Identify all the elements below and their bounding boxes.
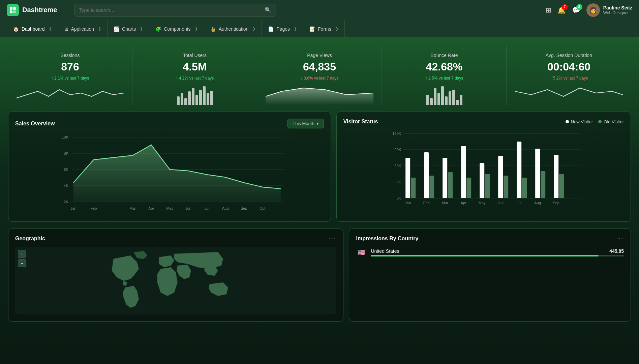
avatar: 👩 [586,3,600,17]
svg-text:Jun: Jun [185,206,191,210]
bar [199,90,202,105]
geo-menu-btn[interactable]: ··· [329,236,336,242]
bar [498,156,503,198]
visitor-chart-svg: 0K 30K 60K 90K 120K [343,130,624,211]
bottom-row: Geographic ··· + − [0,229,639,330]
svg-text:30K: 30K [394,180,401,184]
stat-bounce-label: Bounce Rate [390,53,498,58]
sales-chart-header: Sales Overview This Month ▾ [15,119,324,128]
this-month-filter[interactable]: This Month ▾ [287,119,324,128]
bar [456,100,459,105]
bar [426,95,429,105]
nav-item-forms[interactable]: 📝 Forms ❯ [303,20,345,38]
svg-text:4K: 4K [64,184,68,188]
nav-item-charts[interactable]: 📈 Charts ❯ [108,20,149,38]
country-value-us: 445,85 [609,248,624,254]
message-badge: 8 [576,4,582,10]
nav-item-pages[interactable]: 📄 Pages ❯ [262,20,303,38]
nav-item-dashboard[interactable]: 🏠 Dashboard ❮ [7,20,58,38]
progress-fill-us [371,255,598,256]
old-visitor-dot [598,120,602,123]
svg-text:Jul: Jul [517,201,521,205]
impressions-card: Impressions By Country ··· 🇺🇸 United Sta… [349,229,631,322]
legend-old-visitor: Old Visitor [598,119,624,124]
bar [445,96,448,105]
svg-text:Sep: Sep [553,201,559,205]
header-right: ⊞ 🔔 7 💬 8 👩 Pauline Seitz Web Designer [546,3,632,17]
stat-bounce-change: ↑ 2.5% vs last 7 days [390,76,498,81]
svg-rect-3 [13,10,16,13]
stat-users-label: Total Users [141,53,249,58]
bar [188,91,191,105]
bar [437,93,440,105]
bar [466,178,471,198]
search-input[interactable] [79,7,265,13]
search-bar[interactable]: 🔍 [74,4,276,17]
bar [405,158,410,198]
country-row-us: 🇺🇸 United States 445,85 [356,247,624,258]
user-info: 👩 Pauline Seitz Web Designer [586,3,632,17]
header: Dashtreme 🔍 ⊞ 🔔 7 💬 8 👩 Pauline Seitz We… [0,0,639,20]
chevron-dashboard: ❮ [49,27,52,31]
bar [485,174,490,198]
geo-title: Geographic [15,236,45,242]
stat-sessions-label: Sessions [16,53,124,58]
chevron-authentication: ❯ [252,27,255,31]
filter-label: This Month [293,121,314,126]
svg-text:60K: 60K [394,164,401,168]
bar [195,95,198,105]
svg-text:Oct: Oct [260,206,265,210]
stat-sessions-chart [16,85,124,105]
stat-users-change: ↑ 4.2% vs last 7 days [141,76,249,81]
bar [424,152,429,198]
notification-badge: 7 [562,4,568,10]
svg-rect-2 [10,10,12,13]
bar [411,178,416,198]
bar [192,88,194,105]
nav-item-authentication[interactable]: 🔒 Authentication ❯ [204,20,262,38]
grid-icon-btn[interactable]: ⊞ [546,6,551,14]
svg-marker-15 [73,145,281,202]
stat-users-value: 4.5M [141,61,249,73]
svg-text:Aug: Aug [222,206,229,210]
map-zoom-out[interactable]: − [18,259,26,267]
nav-item-components[interactable]: 🧩 Components ❯ [149,20,204,38]
chevron-application: ❯ [98,27,101,31]
svg-text:Jan: Jan [70,206,77,210]
svg-text:6K: 6K [64,168,68,172]
impressions-title: Impressions By Country [356,236,418,242]
nav-label-application: Application [71,26,94,32]
message-btn[interactable]: 💬 8 [572,6,580,14]
svg-text:Jan: Jan [405,201,411,205]
svg-text:0K: 0K [396,196,401,200]
nav-label-dashboard: Dashboard [22,26,45,32]
stat-avgsession-label: Avg. Session Duration [515,53,623,58]
stat-bounce-chart [390,85,498,105]
map-controls: + − [18,250,26,267]
search-icon[interactable]: 🔍 [265,7,271,13]
bar [554,155,558,198]
map-zoom-in[interactable]: + [18,250,26,258]
stat-sessions-change: ↑ 2.1% vs last 7 days [16,76,124,81]
user-name: Pauline Seitz [603,5,632,10]
bar [443,158,447,198]
visitor-legend: New Visitor Old Visitor [566,119,624,124]
impressions-menu-btn[interactable]: ··· [616,236,624,242]
navigation: 🏠 Dashboard ❮ ⊞ Application ❯ 📈 Charts ❯… [0,20,639,38]
visitor-chart-header: Visitor Status New Visitor Old Visitor [343,119,624,125]
lock-icon: 🔒 [210,26,216,32]
new-visitor-label: New Visitor [571,119,593,124]
nav-label-forms: Forms [318,26,331,32]
svg-text:8K: 8K [64,151,68,155]
bar [441,86,444,105]
svg-text:2K: 2K [64,200,68,204]
bar [522,178,527,198]
stat-sessions-value: 876 [16,61,124,73]
bar [203,86,206,105]
charts-row: Sales Overview This Month ▾ 10K 8K 6K 4K… [0,105,639,229]
new-visitor-dot [566,120,569,123]
notification-btn[interactable]: 🔔 7 [557,6,566,14]
nav-item-application[interactable]: ⊞ Application ❯ [58,20,108,38]
svg-rect-1 [13,7,16,10]
svg-text:May: May [478,201,485,205]
